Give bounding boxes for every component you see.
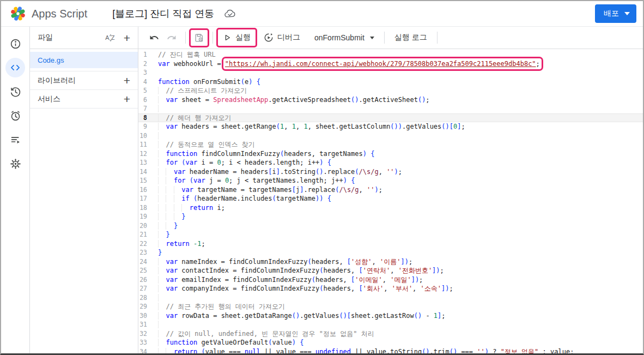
save-button[interactable] (191, 31, 207, 45)
code-line[interactable]: 17 if (headerName.includes(targetName)) … (138, 194, 643, 203)
history-icon[interactable] (5, 82, 25, 101)
line-number: 11 (138, 140, 158, 149)
line-number: 5 (138, 86, 158, 95)
files-panel-header: 파일 A Z + (30, 27, 138, 49)
code-line[interactable]: 2var webhookUrl = "https://wh.jandi.com/… (138, 59, 643, 69)
code-line[interactable]: 27 var companyIndex = findColumnIndexFuz… (138, 284, 643, 293)
undo-icon[interactable] (146, 30, 162, 45)
add-service-plus-icon[interactable]: + (123, 93, 131, 105)
line-number: 18 (138, 203, 158, 213)
code-line[interactable]: 28 (138, 293, 643, 303)
line-number: 20 (138, 221, 158, 231)
deploy-caret-icon (624, 12, 630, 15)
toolbar-divider (384, 32, 385, 44)
code-line[interactable]: 18 return i; (138, 203, 643, 213)
libraries-section[interactable]: 라이브러리 + (30, 71, 138, 90)
code-line[interactable]: 6 var sheet = SpreadsheetApp.getActiveSp… (138, 95, 643, 105)
line-number: 10 (138, 131, 158, 141)
add-file-plus-icon[interactable]: + (123, 32, 131, 44)
settings-gear-icon[interactable] (5, 154, 25, 173)
line-number: 4 (138, 77, 158, 87)
line-number: 28 (138, 293, 158, 303)
line-number: 23 (138, 248, 158, 257)
libraries-label: 라이브러리 (38, 76, 123, 86)
code-line[interactable]: 25 var contactIndex = findColumnIndexFuz… (138, 266, 643, 275)
line-number: 31 (138, 320, 158, 329)
apps-script-window: Apps Script [블로그] 잔디 직접 연동 배포 (0, 0, 644, 355)
code-line[interactable]: 14 var headerName = headers[i].toString(… (138, 167, 643, 177)
code-line[interactable]: 10 (138, 131, 643, 141)
code-line[interactable]: 34 return (value === null || value === u… (138, 347, 643, 354)
project-title[interactable]: [블로그] 잔디 직접 연동 (112, 7, 214, 20)
code-line[interactable]: 20 } (138, 221, 643, 231)
code-line[interactable]: 31 (138, 320, 643, 329)
code-line[interactable]: 12 function findColumnIndexFuzzy(headers… (138, 149, 643, 159)
deploy-button[interactable]: 배포 (595, 4, 636, 23)
line-number: 22 (138, 239, 158, 249)
triggers-clock-icon[interactable] (5, 106, 25, 125)
svg-text:Z: Z (111, 34, 115, 41)
toolbar-divider (185, 32, 186, 44)
line-number: 16 (138, 185, 158, 195)
run-label: 실행 (235, 33, 251, 43)
code-line[interactable]: 16 var targetName = targetNames[j].repla… (138, 185, 643, 195)
file-item-codegs[interactable]: Code.gs (30, 52, 138, 68)
execution-log-label: 실행 로그 (394, 33, 427, 43)
toolbar-divider (212, 32, 213, 44)
toolbar-divider (437, 32, 438, 44)
debug-label: 디버그 (277, 33, 300, 43)
code-line[interactable]: 26 var emailIndex = findColumnIndexFuzzy… (138, 275, 643, 285)
add-library-plus-icon[interactable]: + (123, 75, 131, 86)
code-line[interactable]: 21 } (138, 230, 643, 239)
redo-icon[interactable] (163, 30, 180, 45)
code-line[interactable]: 22 return -1; (138, 239, 643, 249)
code-line[interactable]: 5 // 스프레드시트 가져오기 (138, 86, 643, 95)
code-line[interactable]: 29 // 최근 추가된 행의 데이터 가져오기 (138, 302, 643, 311)
services-section[interactable]: 서비스 + (30, 90, 138, 109)
app-name: Apps Script (32, 8, 87, 20)
execution-log-button[interactable]: 실행 로그 (390, 30, 432, 45)
top-header: Apps Script [블로그] 잔디 직접 연동 배포 (1, 1, 643, 27)
executions-list-icon[interactable] (5, 130, 25, 149)
editor-pane: 실행 디버그 onFormSubmit 실행 로그 (138, 27, 643, 353)
code-editor-icon[interactable] (5, 58, 25, 77)
code-line[interactable]: 19 } (138, 212, 643, 221)
line-number: 9 (138, 122, 158, 131)
code-line[interactable]: 32 // 값이 null, undefined, 빈 문자열인 경우 "정보 … (138, 329, 643, 339)
line-number: 1 (138, 50, 158, 59)
services-label: 서비스 (38, 94, 123, 104)
code-line[interactable]: 3 (138, 68, 643, 77)
az-sort-icon[interactable]: A Z (105, 33, 116, 42)
code-line[interactable]: 15 for (var j = 0; j < targetNames.lengt… (138, 176, 643, 185)
line-number: 32 (138, 329, 158, 339)
code-line[interactable]: 33 function getValueOrDefault(value) { (138, 338, 643, 347)
line-number: 33 (138, 338, 158, 347)
run-button[interactable]: 실행 (218, 30, 255, 45)
code-line[interactable]: 8 // 헤더 행 가져오기 (138, 113, 643, 123)
code-line[interactable]: 4function onFormSubmit(e) { (138, 77, 643, 87)
webhook-url-string[interactable]: "https://wh.jandi.com/connect-api/webhoo… (225, 60, 540, 68)
code-line[interactable]: 1// 잔디 웹훅 URL (138, 50, 643, 59)
code-editor[interactable]: 1// 잔디 웹훅 URL2var webhookUrl = "https://… (138, 49, 643, 353)
line-number: 21 (138, 230, 158, 239)
svg-text:A: A (105, 34, 110, 41)
code-line[interactable]: 11 // 동적으로 열 인덱스 찾기 (138, 140, 643, 149)
code-line[interactable]: 13 for (var i = 0; i < headers.length; i… (138, 158, 643, 167)
left-icon-rail (1, 27, 30, 353)
function-dropdown[interactable]: onFormSubmit (310, 31, 379, 45)
debug-button[interactable]: 디버그 (259, 30, 305, 45)
code-line[interactable]: 30 var rowData = sheet.getDataRange().ge… (138, 311, 643, 321)
debug-icon (264, 33, 274, 43)
line-number: 19 (138, 212, 158, 221)
apps-script-logo-icon (10, 5, 26, 22)
chevron-down-icon (370, 37, 374, 39)
line-number: 30 (138, 311, 158, 321)
info-icon[interactable] (5, 34, 25, 53)
code-line[interactable]: 7 (138, 104, 643, 113)
code-line[interactable]: 9 var headers = sheet.getRange(1, 1, 1, … (138, 122, 643, 131)
save-project-icon (194, 33, 204, 43)
code-line[interactable]: 24 var nameIndex = findColumnIndexFuzzy(… (138, 257, 643, 267)
code-line[interactable]: 23} (138, 248, 643, 257)
line-number: 17 (138, 194, 158, 203)
line-number: 15 (138, 176, 158, 185)
